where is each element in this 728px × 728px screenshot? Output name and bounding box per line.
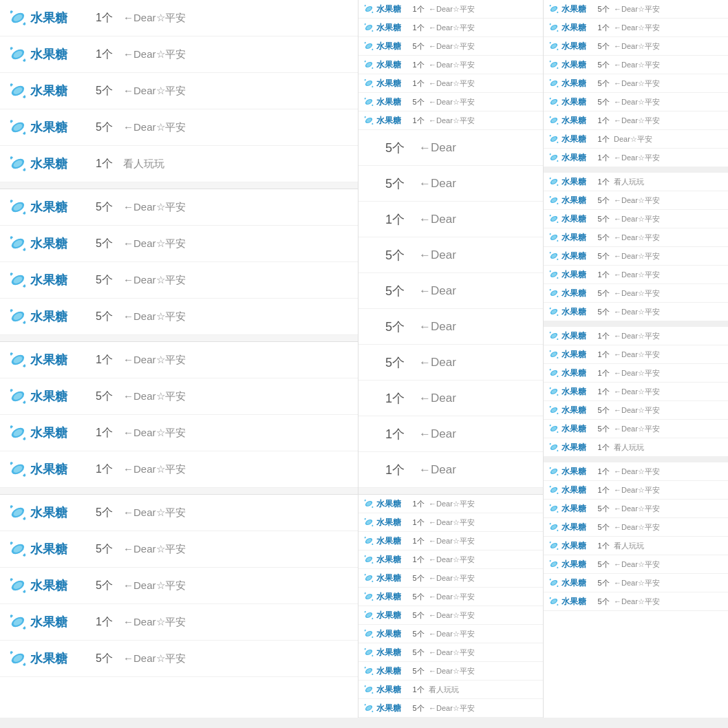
list-item: 水果糖 1个 看人玩玩 bbox=[544, 537, 728, 555]
item-name: 水果糖 bbox=[30, 83, 85, 99]
list-item: 水果糖 1个 看人玩玩 bbox=[544, 438, 728, 457]
candy-icon bbox=[361, 1, 376, 17]
item-name: 水果糖 bbox=[561, 484, 593, 496]
item-qty: 1个 bbox=[593, 387, 614, 397]
item-qty: 1个 bbox=[593, 541, 614, 551]
item-qty: 5个 bbox=[593, 405, 614, 416]
item-name: 水果糖 bbox=[561, 22, 593, 34]
item-name: 水果糖 bbox=[561, 41, 593, 52]
item-qty: 1个 bbox=[593, 442, 614, 453]
item-user: ←Dear☆平安 bbox=[123, 543, 352, 556]
list-item: 水果糖 5个 ←Dear☆平安 bbox=[358, 699, 543, 718]
section-break bbox=[544, 321, 728, 327]
item-name: 水果糖 bbox=[376, 115, 408, 127]
list-item: 水果糖 1个 看人玩玩 bbox=[0, 146, 358, 182]
list-item: 水果糖 5个 ←Dear☆平安 bbox=[358, 93, 543, 111]
item-name: 水果糖 bbox=[561, 96, 593, 108]
item-user: ←Dear☆平安 bbox=[429, 4, 540, 14]
item-qty: 1个 bbox=[593, 23, 614, 33]
item-qty: 5个 bbox=[371, 319, 419, 335]
item-name: 水果糖 bbox=[561, 349, 593, 361]
item-name: 水果糖 bbox=[376, 3, 408, 15]
list-item: 水果糖 5个 ←Dear☆平安 bbox=[0, 109, 358, 146]
item-user: ←Dear☆平安 bbox=[614, 350, 725, 360]
item-user: ←Dear☆平安 bbox=[614, 368, 725, 378]
item-user: ←Dear☆平安 bbox=[614, 78, 725, 89]
item-user: ←Dear☆平安 bbox=[429, 592, 540, 602]
candy-icon bbox=[361, 57, 376, 72]
item-qty: 1个 bbox=[85, 157, 123, 171]
item-name: 水果糖 bbox=[376, 703, 408, 714]
item-qty: 1个 bbox=[408, 60, 429, 70]
candy-icon bbox=[6, 457, 30, 482]
section-break bbox=[544, 457, 728, 462]
item-name: 水果糖 bbox=[561, 596, 593, 608]
item-name: 水果糖 bbox=[376, 78, 408, 89]
list-item: 水果糖 1个 ←Dear☆平安 bbox=[544, 383, 728, 401]
list-item: 水果糖 5个 ←Dear☆平安 bbox=[0, 73, 358, 109]
item-name: 水果糖 bbox=[561, 423, 593, 435]
item-qty: 1个 bbox=[593, 153, 614, 163]
item-user: ←Dear☆平安 bbox=[429, 647, 540, 658]
item-qty: 1个 bbox=[371, 462, 419, 478]
candy-icon bbox=[546, 557, 561, 572]
candy-icon bbox=[6, 268, 30, 292]
section-break bbox=[0, 182, 358, 189]
item-qty: 5个 bbox=[85, 542, 123, 557]
list-item: 5个 ←Dear bbox=[358, 130, 543, 166]
item-qty: 5个 bbox=[408, 666, 429, 676]
item-qty: 1个 bbox=[408, 23, 429, 33]
item-name: 水果糖 bbox=[30, 156, 85, 172]
item-name: 水果糖 bbox=[30, 46, 85, 63]
list-item: 水果糖 1个 ←Dear☆平安 bbox=[358, 56, 543, 74]
list-item: 5个 ←Dear bbox=[358, 309, 543, 345]
candy-icon bbox=[546, 57, 561, 72]
item-name: 水果糖 bbox=[376, 517, 408, 528]
candy-icon bbox=[546, 575, 561, 590]
item-qty: 5个 bbox=[85, 652, 123, 666]
item-qty: 5个 bbox=[593, 578, 614, 588]
list-item: 水果糖 5个 ←Dear☆平安 bbox=[0, 495, 358, 531]
item-user: ←Dear☆平安 bbox=[429, 78, 540, 89]
candy-icon bbox=[361, 533, 376, 548]
item-user: ←Dear☆平安 bbox=[429, 703, 540, 714]
list-item: 水果糖 1个 ←Dear☆平安 bbox=[544, 462, 728, 481]
candy-icon bbox=[546, 501, 561, 516]
list-item: 1个 ←Dear bbox=[358, 381, 543, 416]
item-user: ←Dear☆平安 bbox=[614, 288, 725, 299]
item-qty: 1个 bbox=[371, 426, 419, 442]
list-item: 水果糖 5个 ←Dear☆平安 bbox=[0, 641, 358, 677]
candy-icon bbox=[546, 403, 561, 418]
item-user: ←Dear☆平安 bbox=[429, 41, 540, 52]
item-qty: 5个 bbox=[371, 175, 419, 192]
candy-icon bbox=[546, 464, 561, 479]
list-item: 水果糖 1个 ←Dear☆平安 bbox=[544, 266, 728, 284]
list-item: 5个 ←Dear bbox=[358, 166, 543, 202]
candy-icon bbox=[361, 589, 376, 604]
item-qty: 5个 bbox=[85, 506, 123, 520]
item-user: ←Dear bbox=[419, 141, 537, 155]
item-user: ←Dear☆平安 bbox=[614, 41, 725, 52]
list-item: 水果糖 5个 ←Dear☆平安 bbox=[358, 662, 543, 681]
item-user: ←Dear☆平安 bbox=[123, 506, 352, 520]
list-item: 水果糖 5个 ←Dear☆平安 bbox=[358, 569, 543, 588]
item-qty: 1个 bbox=[593, 331, 614, 341]
candy-icon bbox=[361, 645, 376, 660]
item-user: ←Dear☆平安 bbox=[614, 60, 725, 70]
item-name: 水果糖 bbox=[561, 232, 593, 244]
item-name: 水果糖 bbox=[30, 504, 85, 521]
item-name: 水果糖 bbox=[376, 628, 408, 640]
candy-icon bbox=[6, 537, 30, 561]
list-item: 水果糖 1个 ←Dear☆平安 bbox=[358, 513, 543, 532]
item-name: 水果糖 bbox=[376, 554, 408, 566]
candy-icon bbox=[361, 608, 376, 623]
item-name: 水果糖 bbox=[30, 425, 85, 441]
list-item: 水果糖 1个 ←Dear☆平安 bbox=[544, 19, 728, 37]
item-name: 水果糖 bbox=[561, 250, 593, 262]
item-user: ←Dear☆平安 bbox=[123, 48, 352, 61]
candy-icon bbox=[546, 421, 561, 436]
candy-icon bbox=[361, 700, 376, 716]
item-qty: 1个 bbox=[593, 368, 614, 378]
item-qty: 1个 bbox=[408, 78, 429, 89]
item-user: ←Dear☆平安 bbox=[429, 23, 540, 33]
